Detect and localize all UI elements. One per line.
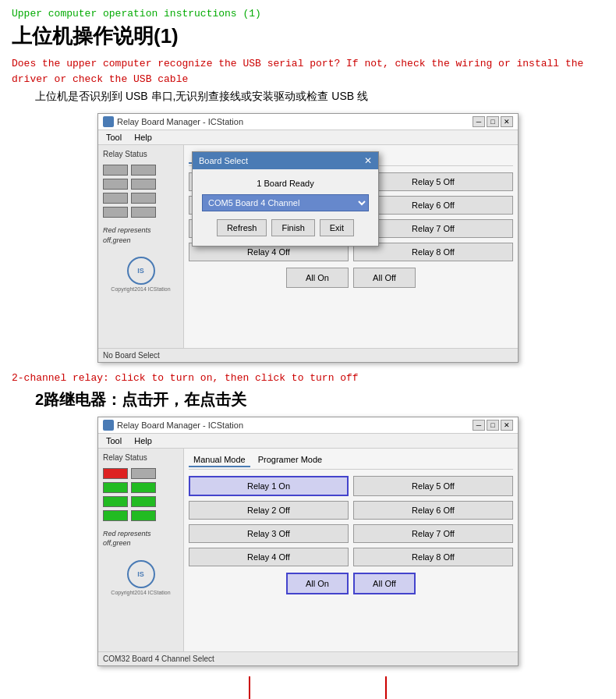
app-icon xyxy=(103,116,114,127)
dialog-buttons: Refresh Finish Exit xyxy=(202,219,369,236)
window2-mode-tabs: Manual Mode Programer Mode xyxy=(189,453,513,470)
relay-row-1 xyxy=(103,165,179,176)
window2-title-text: Relay Board Manager - ICStation xyxy=(117,420,243,430)
menu-help-2[interactable]: Help xyxy=(131,435,155,446)
relay-light-3-1 xyxy=(103,193,128,204)
window1-status: No Board Select xyxy=(98,348,518,362)
logo-text-2: IS xyxy=(137,570,144,578)
window2-relay-grid: Relay 1 On Relay 5 Off Relay 2 Off Relay… xyxy=(189,476,513,566)
app-icon-2 xyxy=(103,420,114,431)
w2-relay-light-2-2 xyxy=(131,482,156,493)
relay-light-4-2 xyxy=(131,207,156,218)
window2-controls: ─ □ ✕ xyxy=(473,420,513,431)
dialog-refresh-btn[interactable]: Refresh xyxy=(217,219,267,236)
maximize-button[interactable]: □ xyxy=(487,116,499,127)
board-select-dialog: Board Select ✕ 1 Board Ready COM5 Board … xyxy=(192,151,379,247)
window1-controls: ─ □ ✕ xyxy=(473,116,513,127)
relay-light-1-1 xyxy=(103,165,128,176)
minimize-button[interactable]: ─ xyxy=(473,116,485,127)
relay-status-panel-2: Relay Status xyxy=(98,449,184,651)
window1-bottom-btns: All On All Off xyxy=(189,268,513,288)
all-off-btn-1[interactable]: All Off xyxy=(353,268,416,288)
dialog-titlebar: Board Select ✕ xyxy=(193,152,378,169)
dialog-close-btn[interactable]: ✕ xyxy=(364,155,372,166)
window2-title-area: Relay Board Manager - ICStation xyxy=(103,420,243,431)
logo-text-1: IS xyxy=(137,267,144,275)
relay-row-4 xyxy=(103,207,179,218)
relay-logo-1: IS Copyright2014 ICStation xyxy=(103,257,179,292)
relay-status-title-1: Relay Status xyxy=(103,150,179,158)
window1-title-text: Relay Board Manager - ICStation xyxy=(117,117,243,126)
all-on-btn-2[interactable]: All On xyxy=(286,573,349,594)
w2-relay-light-3-1 xyxy=(103,496,128,507)
page-container: Upper computer operation instructions (1… xyxy=(0,0,616,699)
window2-bottom-btns: All On All Off xyxy=(189,573,513,594)
tab-manual-mode-2[interactable]: Manual Mode xyxy=(189,453,250,467)
w2-relay2-off-btn[interactable]: Relay 2 Off xyxy=(189,501,349,520)
minimize-button-2[interactable]: ─ xyxy=(473,420,485,431)
window1: Relay Board Manager - ICStation ─ □ ✕ To… xyxy=(97,113,519,363)
arrow-svg xyxy=(97,672,519,700)
relay-legend-2: Red represents off,green xyxy=(103,529,179,548)
w2-relay4-off-btn[interactable]: Relay 4 Off xyxy=(189,548,349,566)
menu-tool-2[interactable]: Tool xyxy=(103,435,125,446)
chinese-instruction: 上位机是否识别到 USB 串口,无识别查接线或安装驱动或检查 USB 线 xyxy=(35,90,604,104)
logo-copy-1: Copyright2014 ICStation xyxy=(103,286,179,292)
w2-relay-light-1-1 xyxy=(103,468,128,479)
dialog-ready-label: 1 Board Ready xyxy=(202,179,369,188)
window1-titlebar: Relay Board Manager - ICStation ─ □ ✕ xyxy=(98,114,518,130)
window2-menubar: Tool Help xyxy=(98,434,518,449)
logo-copy-2: Copyright2014 ICStation xyxy=(103,590,179,595)
close-button[interactable]: ✕ xyxy=(501,116,513,127)
window1-menubar: Tool Help xyxy=(98,130,518,145)
w2-relay-light-1-2 xyxy=(131,468,156,479)
w2-relay3-off-btn[interactable]: Relay 3 Off xyxy=(189,524,349,543)
close-button-2[interactable]: ✕ xyxy=(501,420,513,431)
dialog-body: 1 Board Ready COM5 Board 4 Channel Refre… xyxy=(193,169,378,246)
relay-logo-2: IS Copyright2014 ICStation xyxy=(103,560,179,595)
section2-chinese-label: 2路继电器：点击开，在点击关 xyxy=(35,389,604,410)
all-off-btn-2[interactable]: All Off xyxy=(353,573,416,594)
w2-relay1-on-btn[interactable]: Relay 1 On xyxy=(189,476,349,496)
w2-relay-light-2-1 xyxy=(103,482,128,493)
window2: Relay Board Manager - ICStation ─ □ ✕ To… xyxy=(97,417,519,666)
relay-status-panel-1: Relay Status xyxy=(98,145,184,348)
relay-legend-1: Red represents off,green xyxy=(103,225,179,245)
dialog-exit-btn[interactable]: Exit xyxy=(320,219,354,236)
w2-relay-row-1 xyxy=(103,468,179,479)
menu-help[interactable]: Help xyxy=(131,132,155,143)
relay-row-3 xyxy=(103,193,179,204)
header-green-title: Upper computer operation instructions (1… xyxy=(12,8,604,20)
window1-title-area: Relay Board Manager - ICStation xyxy=(103,116,243,127)
relay-light-1-2 xyxy=(131,165,156,176)
header-chinese-title: 上位机操作说明(1) xyxy=(12,23,604,50)
w2-relay5-off-btn[interactable]: Relay 5 Off xyxy=(353,476,513,496)
logo-circle-1: IS xyxy=(127,257,155,285)
w2-relay-row-4 xyxy=(103,510,179,521)
red-instruction: Does the upper computer recognize the US… xyxy=(12,56,604,87)
dialog-finish-btn[interactable]: Finish xyxy=(271,219,314,236)
dialog-title: Board Select xyxy=(199,156,248,165)
w2-relay-light-3-2 xyxy=(131,496,156,507)
w2-relay8-off-btn[interactable]: Relay 8 Off xyxy=(353,548,513,566)
window2-main-panel: Manual Mode Programer Mode Relay 1 On Re… xyxy=(184,449,518,651)
tab-programer-mode-2[interactable]: Programer Mode xyxy=(253,453,327,467)
section2-red-label: 2-channel relay: click to turn on, then … xyxy=(12,371,604,386)
window2-body: Relay Status xyxy=(98,449,518,651)
w2-relay6-off-btn[interactable]: Relay 6 Off xyxy=(353,501,513,520)
w2-relay-row-2 xyxy=(103,482,179,493)
w2-relay-row-3 xyxy=(103,496,179,507)
w2-relay-light-4-1 xyxy=(103,510,128,521)
menu-tool[interactable]: Tool xyxy=(103,132,125,143)
dialog-box: Board Select ✕ 1 Board Ready COM5 Board … xyxy=(192,151,379,247)
all-on-btn-1[interactable]: All On xyxy=(286,268,349,288)
logo-circle-2: IS xyxy=(127,560,155,588)
w2-relay-light-4-2 xyxy=(131,510,156,521)
dialog-board-select[interactable]: COM5 Board 4 Channel xyxy=(202,194,369,211)
relay-light-2-2 xyxy=(131,179,156,190)
w2-relay7-off-btn[interactable]: Relay 7 Off xyxy=(353,524,513,543)
maximize-button-2[interactable]: □ xyxy=(487,420,499,431)
relay-light-3-2 xyxy=(131,193,156,204)
section2-sep: 2-channel relay: click to turn on, then … xyxy=(12,371,604,410)
relay-light-2-1 xyxy=(103,179,128,190)
